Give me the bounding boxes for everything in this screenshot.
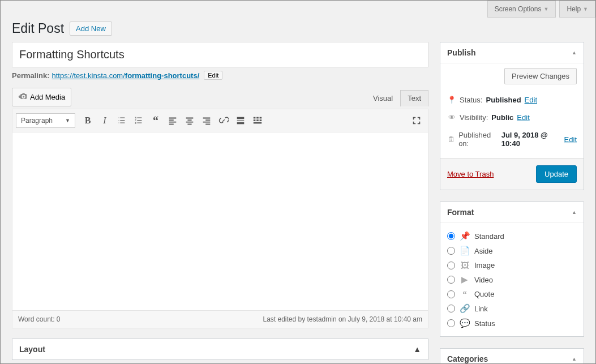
categories-panel-header[interactable]: Categories▲ xyxy=(440,349,584,364)
add-media-button[interactable]: Add Media xyxy=(12,88,71,106)
screen-options-button[interactable]: Screen Options▼ xyxy=(487,1,556,18)
help-button[interactable]: Help▼ xyxy=(559,1,595,18)
svg-rect-7 xyxy=(260,117,262,119)
format-option-link[interactable]: 🔗Link xyxy=(447,301,577,316)
tab-visual[interactable]: Visual xyxy=(366,90,400,106)
standard-icon: 📌 xyxy=(460,231,470,241)
permalink-row: Permalink: https://test.kinsta.com/forma… xyxy=(12,71,428,80)
chevron-down-icon: ▼ xyxy=(583,6,588,12)
blockquote-button[interactable]: “ xyxy=(148,113,164,129)
update-button[interactable]: Update xyxy=(536,165,577,183)
svg-rect-4 xyxy=(237,122,245,125)
svg-rect-3 xyxy=(237,120,245,121)
bold-button[interactable]: B xyxy=(80,113,96,129)
svg-point-0 xyxy=(23,96,24,97)
svg-rect-6 xyxy=(256,117,259,119)
preview-changes-button[interactable]: Preview Changes xyxy=(504,68,577,84)
word-count: Word count: 0 xyxy=(18,315,61,323)
publish-panel-header[interactable]: Publish▲ xyxy=(440,42,584,63)
format-option-quote[interactable]: “Quote xyxy=(447,287,577,301)
image-icon: 🖼 xyxy=(460,260,470,270)
pin-icon: 📍 xyxy=(447,96,456,104)
last-edited: Last edited by testadmin on July 9, 2018… xyxy=(263,315,422,323)
align-left-button[interactable] xyxy=(165,113,181,129)
format-option-standard[interactable]: 📌Standard xyxy=(447,229,577,243)
italic-button[interactable]: I xyxy=(97,113,113,129)
chevron-up-icon: ▲ xyxy=(572,209,577,215)
status-icon: 💬 xyxy=(460,318,470,328)
paragraph-dropdown[interactable]: Paragraph▼ xyxy=(16,113,75,128)
align-center-button[interactable] xyxy=(182,113,198,129)
edit-visibility-link[interactable]: Edit xyxy=(517,113,529,122)
align-right-button[interactable] xyxy=(199,113,215,129)
chevron-up-icon: ▲ xyxy=(572,356,577,362)
format-option-image[interactable]: 🖼Image xyxy=(447,258,577,272)
aside-icon: 📄 xyxy=(460,246,470,256)
unordered-list-button[interactable] xyxy=(114,113,130,129)
link-icon: 🔗 xyxy=(460,303,470,314)
video-icon: ▶ xyxy=(460,275,470,285)
svg-rect-8 xyxy=(254,119,256,121)
svg-rect-10 xyxy=(260,119,262,121)
add-new-button[interactable]: Add New xyxy=(70,22,112,36)
chevron-up-icon: ▲ xyxy=(572,50,577,55)
quote-icon: “ xyxy=(460,289,470,299)
format-panel-header[interactable]: Format▲ xyxy=(440,202,584,223)
chevron-up-icon: ▲ xyxy=(413,345,421,354)
chevron-down-icon: ▼ xyxy=(543,6,548,12)
format-option-video[interactable]: ▶Video xyxy=(447,272,577,287)
format-option-status[interactable]: 💬Status xyxy=(447,316,577,331)
chevron-down-icon: ▼ xyxy=(65,118,70,123)
permalink-link[interactable]: https://test.kinsta.com/formatting-short… xyxy=(52,71,199,80)
edit-date-link[interactable]: Edit xyxy=(564,135,577,144)
toolbar-toggle-button[interactable] xyxy=(250,113,265,129)
svg-rect-11 xyxy=(254,122,261,124)
fullscreen-button[interactable] xyxy=(409,113,425,129)
move-to-trash-link[interactable]: Move to Trash xyxy=(447,170,494,178)
permalink-label: Permalink: xyxy=(12,71,49,80)
eye-icon: 👁 xyxy=(447,113,456,122)
layout-panel-header[interactable]: Layout▲ xyxy=(12,339,428,359)
tab-text[interactable]: Text xyxy=(400,90,428,106)
page-title: Edit Post xyxy=(12,21,64,36)
read-more-button[interactable] xyxy=(233,113,248,129)
editor-toolbar: Paragraph▼ B I “ xyxy=(12,109,428,132)
svg-rect-5 xyxy=(254,117,256,119)
edit-status-link[interactable]: Edit xyxy=(525,96,537,104)
permalink-edit-button[interactable]: Edit xyxy=(204,71,222,80)
post-title-input[interactable] xyxy=(12,42,428,67)
format-option-aside[interactable]: 📄Aside xyxy=(447,243,577,258)
link-button[interactable] xyxy=(216,113,231,129)
svg-rect-2 xyxy=(237,117,245,119)
ordered-list-button[interactable] xyxy=(131,113,147,129)
calendar-icon: 🗓 xyxy=(447,135,455,144)
editor-content[interactable] xyxy=(12,132,428,311)
svg-point-1 xyxy=(19,95,22,98)
svg-rect-9 xyxy=(256,119,259,121)
camera-icon xyxy=(18,92,27,102)
